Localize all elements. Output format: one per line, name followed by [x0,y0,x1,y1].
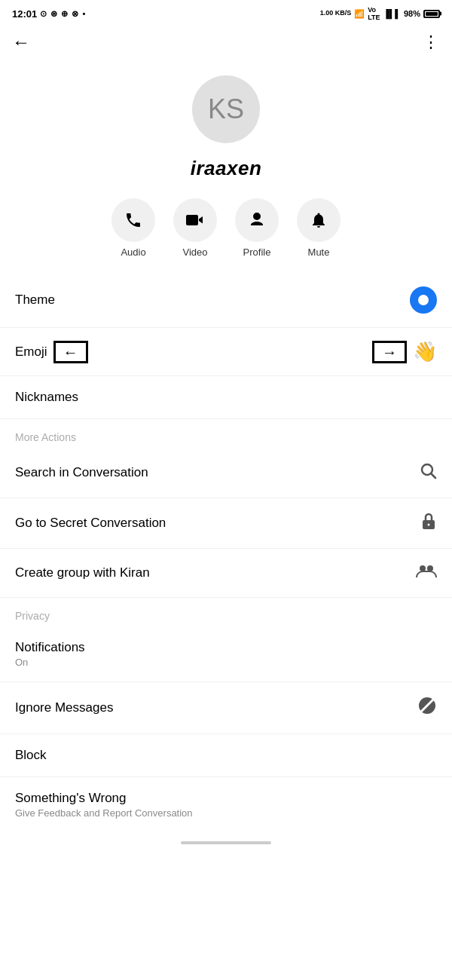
status-left: 12:01 ⊙ ⊛ ⊕ ⊗ • [12,8,86,20]
status-bar: 12:01 ⊙ ⊛ ⊕ ⊗ • 1.00 KB/S 📶 VoLTE ▐▌▌ 98… [0,0,452,24]
lte-icon: VoLTE [368,6,380,21]
video-icon-circle [173,198,217,242]
status-right: 1.00 KB/S 📶 VoLTE ▐▌▌ 98% [320,6,440,21]
avatar-initials: KS [208,93,244,125]
profile-label: Profile [243,247,271,258]
mute-icon-circle [297,198,341,242]
privacy-header: Privacy [0,598,452,626]
block-item[interactable]: Block [0,734,452,777]
lock-icon [420,512,437,534]
nicknames-label: Nicknames [15,390,78,405]
audio-button[interactable]: Audio [111,198,155,258]
video-button[interactable]: Video [173,198,217,258]
svg-point-4 [420,565,426,571]
theme-label: Theme [15,292,55,308]
time: 12:01 [12,8,37,20]
more-options-button[interactable]: ⋮ [423,32,440,52]
network-icons: ⊙ ⊛ ⊕ ⊗ • [40,9,86,19]
something-wrong-label: Something's Wrong [15,791,193,806]
something-wrong-left: Something's Wrong Give Feedback and Repo… [15,791,193,819]
notifications-item[interactable]: Notifications On [0,626,452,682]
create-group-item[interactable]: Create group with Kiran [0,549,452,598]
emoji-value: 👋 [413,340,437,363]
ignore-messages-label: Ignore Messages [15,700,113,715]
svg-line-1 [432,474,436,479]
speed-indicator: 1.00 KB/S [320,10,352,17]
battery-percent: 98% [404,9,420,18]
something-wrong-sublabel: Give Feedback and Report Conversation [15,807,193,819]
top-nav: ← ⋮ [0,24,452,60]
search-icon [419,461,437,484]
video-label: Video [182,247,207,258]
phone-icon [124,211,142,229]
search-conversation-label: Search in Conversation [15,465,148,480]
right-arrow-icon: → [372,341,407,363]
mute-label: Mute [308,247,330,258]
nicknames-menu-item[interactable]: Nicknames [0,376,452,419]
wifi-icon: 📶 [354,9,365,19]
profile-button[interactable]: Profile [235,198,279,258]
theme-menu-item[interactable]: Theme [0,273,452,328]
notifications-label: Notifications [15,640,85,655]
profile-icon [248,211,266,229]
bell-icon [310,211,328,229]
ignore-messages-item[interactable]: Ignore Messages [0,682,452,734]
audio-icon-circle [111,198,155,242]
emoji-label: Emoji [15,345,47,360]
audio-label: Audio [121,247,145,258]
block-label: Block [15,748,47,763]
notifications-left: Notifications On [15,640,85,668]
contact-name: iraaxen [0,151,452,192]
svg-point-3 [428,524,430,526]
notifications-status: On [15,657,85,668]
signal-bars: ▐▌▌ [383,9,401,18]
profile-icon-circle [235,198,279,242]
search-conversation-item[interactable]: Search in Conversation [0,448,452,498]
left-arrow-icon: ← [53,341,88,363]
bottom-indicator [181,841,271,844]
create-group-label: Create group with Kiran [15,565,150,580]
emoji-left-arrows: Emoji ← [15,341,88,363]
secret-conversation-label: Go to Secret Conversation [15,516,166,531]
avatar: KS [192,75,260,143]
block-circle-icon [417,696,437,720]
mute-button[interactable]: Mute [297,198,341,258]
more-actions-header: More Actions [0,419,452,448]
bottom-bar [0,832,452,853]
action-buttons: Audio Video Profile Mute [0,192,452,273]
video-icon [185,211,205,229]
something-wrong-item[interactable]: Something's Wrong Give Feedback and Repo… [0,777,452,832]
svg-point-5 [427,565,433,571]
theme-toggle[interactable] [410,286,437,314]
battery-icon [423,10,440,18]
back-button[interactable]: ← [12,32,30,53]
theme-dot [418,295,429,305]
avatar-area: KS [0,60,452,151]
secret-conversation-item[interactable]: Go to Secret Conversation [0,498,452,549]
emoji-menu-item[interactable]: Emoji ← → 👋 [0,328,452,376]
emoji-right-arrows: → 👋 [372,340,437,363]
group-icon [416,562,437,583]
